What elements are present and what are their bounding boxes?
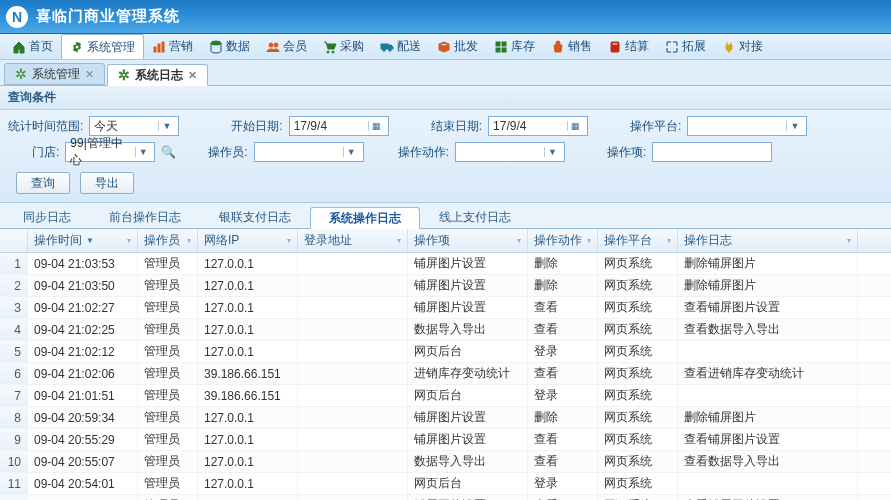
column-header[interactable]: 操作时间▼▾ [28, 229, 138, 252]
cell-item: 铺屏图片设置 [408, 275, 528, 296]
action-select[interactable]: ▼ [455, 142, 565, 162]
log-tab[interactable]: 银联支付日志 [200, 206, 310, 228]
close-icon[interactable]: ✕ [85, 68, 94, 81]
search-icon[interactable]: 🔍 [161, 145, 176, 159]
cell-time: 09-04 20:51:56 [28, 495, 138, 500]
column-menu-icon[interactable]: ▾ [517, 236, 521, 245]
menu-bag[interactable]: 销售 [543, 34, 600, 59]
store-select[interactable]: 99|管理中心▼ [65, 142, 155, 162]
close-icon[interactable]: ✕ [188, 69, 197, 82]
menu-db[interactable]: 数据 [201, 34, 258, 59]
column-header[interactable]: 登录地址▾ [298, 229, 408, 252]
column-menu-icon[interactable]: ▾ [287, 236, 291, 245]
row-number: 12 [0, 495, 28, 500]
menu-gear[interactable]: 系统管理 [61, 34, 144, 59]
svg-rect-0 [154, 47, 156, 52]
cell-log: 查看铺屏图片设置 [678, 297, 858, 318]
operator-select[interactable]: ▼ [254, 142, 364, 162]
menu-users[interactable]: 会员 [258, 34, 315, 59]
export-button[interactable]: 导出 [80, 172, 134, 194]
cell-address [298, 473, 408, 494]
end-date-input[interactable]: 17/9/4▦ [488, 116, 588, 136]
table-row[interactable]: 1109-04 20:54:01管理员127.0.0.1网页后台登录网页系统 [0, 473, 891, 495]
cell-action: 查看 [528, 429, 598, 450]
column-menu-icon[interactable]: ▾ [127, 236, 131, 245]
grid-body: 109-04 21:03:53管理员127.0.0.1铺屏图片设置删除网页系统删… [0, 253, 891, 500]
chevron-down-icon: ▼ [786, 121, 802, 131]
menu-chart[interactable]: 营销 [144, 34, 201, 59]
svg-point-7 [383, 48, 385, 50]
platform-select[interactable]: ▼ [687, 116, 807, 136]
gear-icon [70, 40, 84, 54]
table-row[interactable]: 509-04 21:02:12管理员127.0.0.1网页后台登录网页系统 [0, 341, 891, 363]
log-tab[interactable]: 线上支付日志 [420, 206, 530, 228]
cell-time: 09-04 21:02:27 [28, 297, 138, 318]
cell-platform: 网页系统 [598, 297, 678, 318]
row-number: 9 [0, 429, 28, 450]
cell-platform: 网页系统 [598, 407, 678, 428]
grid-header: 操作时间▼▾操作员▾网络IP▾登录地址▾操作项▾操作动作▾操作平台▾操作日志▾ [0, 229, 891, 253]
column-header[interactable]: 操作平台▾ [598, 229, 678, 252]
table-row[interactable]: 109-04 21:03:53管理员127.0.0.1铺屏图片设置删除网页系统删… [0, 253, 891, 275]
log-tab[interactable]: 前台操作日志 [90, 206, 200, 228]
cell-address [298, 385, 408, 406]
menu-stock[interactable]: 库存 [486, 34, 543, 59]
cell-time: 09-04 21:02:06 [28, 363, 138, 384]
table-row[interactable]: 209-04 21:03:50管理员127.0.0.1铺屏图片设置删除网页系统删… [0, 275, 891, 297]
table-row[interactable]: 909-04 20:55:29管理员127.0.0.1铺屏图片设置查看网页系统查… [0, 429, 891, 451]
table-row[interactable]: 1009-04 20:55:07管理员127.0.0.1数据导入导出查看网页系统… [0, 451, 891, 473]
column-menu-icon[interactable]: ▾ [667, 236, 671, 245]
cell-item: 数据导入导出 [408, 319, 528, 340]
menu-cart[interactable]: 采购 [315, 34, 372, 59]
table-row[interactable]: 809-04 20:59:34管理员127.0.0.1铺屏图片设置删除网页系统删… [0, 407, 891, 429]
menu-label: 对接 [739, 38, 763, 55]
column-header[interactable]: 操作日志▾ [678, 229, 858, 252]
menu-plug[interactable]: 对接 [714, 34, 771, 59]
svg-rect-11 [496, 48, 500, 52]
row-number: 4 [0, 319, 28, 340]
row-number-header [0, 229, 28, 252]
column-header[interactable]: 操作员▾ [138, 229, 198, 252]
tab-系统管理[interactable]: ✲系统管理✕ [4, 63, 105, 85]
row-number: 11 [0, 473, 28, 494]
table-row[interactable]: 1209-04 20:51:56管理员127.0.0.1铺屏图片设置查看网页系统… [0, 495, 891, 500]
item-input[interactable] [652, 142, 772, 162]
menu-truck[interactable]: 配送 [372, 34, 429, 59]
column-menu-icon[interactable]: ▾ [397, 236, 401, 245]
tab-系统日志[interactable]: ✲系统日志✕ [107, 64, 208, 86]
cell-time: 09-04 21:02:12 [28, 341, 138, 362]
cell-ip: 127.0.0.1 [198, 297, 298, 318]
menu-calc[interactable]: 结算 [600, 34, 657, 59]
table-row[interactable]: 709-04 21:01:51管理员39.186.66.151网页后台登录网页系… [0, 385, 891, 407]
menu-expand[interactable]: 拓展 [657, 34, 714, 59]
start-date-label: 开始日期: [231, 118, 282, 135]
cell-item: 铺屏图片设置 [408, 495, 528, 500]
cell-address [298, 297, 408, 318]
log-tab[interactable]: 同步日志 [4, 206, 90, 228]
cell-operator: 管理员 [138, 297, 198, 318]
svg-rect-12 [502, 48, 506, 52]
cell-log: 查看数据导入导出 [678, 319, 858, 340]
table-row[interactable]: 409-04 21:02:25管理员127.0.0.1数据导入导出查看网页系统查… [0, 319, 891, 341]
column-menu-icon[interactable]: ▾ [847, 236, 851, 245]
menu-label: 批发 [454, 38, 478, 55]
menu-label: 销售 [568, 38, 592, 55]
column-header[interactable]: 网络IP▾ [198, 229, 298, 252]
svg-rect-1 [158, 44, 160, 52]
start-date-input[interactable]: 17/9/4▦ [289, 116, 389, 136]
column-menu-icon[interactable]: ▾ [187, 236, 191, 245]
column-header[interactable]: 操作动作▾ [528, 229, 598, 252]
table-row[interactable]: 309-04 21:02:27管理员127.0.0.1铺屏图片设置查看网页系统查… [0, 297, 891, 319]
log-tab[interactable]: 系统操作日志 [310, 207, 420, 229]
calendar-icon: ▦ [368, 121, 384, 131]
menu-box[interactable]: 批发 [429, 34, 486, 59]
cell-address [298, 275, 408, 296]
column-header[interactable]: 操作项▾ [408, 229, 528, 252]
cell-action: 查看 [528, 495, 598, 500]
table-row[interactable]: 609-04 21:02:06管理员39.186.66.151进销库存变动统计查… [0, 363, 891, 385]
column-menu-icon[interactable]: ▾ [587, 236, 591, 245]
menu-home[interactable]: 首页 [4, 34, 61, 59]
time-range-select[interactable]: 今天▼ [89, 116, 179, 136]
search-button[interactable]: 查询 [16, 172, 70, 194]
cell-log: 删除铺屏图片 [678, 253, 858, 274]
